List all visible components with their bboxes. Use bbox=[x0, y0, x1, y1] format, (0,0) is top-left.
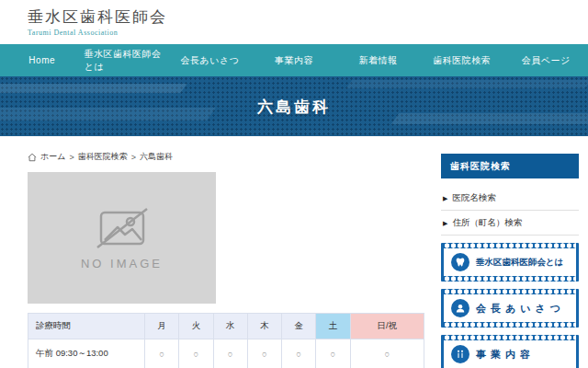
cell-sun: ○ bbox=[350, 339, 424, 368]
column-header-wed: 水 bbox=[213, 314, 247, 339]
cell-fri: ○ bbox=[282, 339, 316, 368]
clinic-photo-placeholder: NO IMAGE bbox=[28, 172, 216, 304]
sidebar-button-chairman-greeting[interactable]: 会長あいさつ bbox=[441, 289, 579, 328]
sidebar-button-label: 垂水区歯科医師会とは bbox=[476, 257, 563, 269]
breadcrumb-clinic-search[interactable]: 歯科医院検索 bbox=[78, 151, 128, 163]
column-header-thu: 木 bbox=[247, 314, 281, 339]
column-header-sat: 土 bbox=[316, 314, 350, 339]
nav-item-news[interactable]: 新着情報 bbox=[336, 44, 420, 76]
breadcrumb-separator: > bbox=[69, 153, 74, 162]
sidebar-link-label: 医院名検索 bbox=[452, 192, 496, 204]
nav-item-clinic-search[interactable]: 歯科医院検索 bbox=[420, 44, 503, 76]
row-label-morning-hours: 午前 09:30～13:00 bbox=[28, 339, 145, 368]
column-header-tue: 火 bbox=[179, 314, 213, 339]
page: { "header": { "title": "垂水区歯科医師会", "subt… bbox=[0, 0, 588, 368]
nav-item-about[interactable]: 垂水区歯科医師会とは bbox=[84, 44, 167, 76]
nav-item-member[interactable]: 会員ページ bbox=[504, 44, 588, 76]
sidebar-button-about-association[interactable]: 垂水区歯科医師会とは bbox=[441, 243, 579, 282]
table-header-row: 診療時間 月 火 水 木 金 土 日/祝 bbox=[28, 314, 424, 339]
triangle-icon: ▶ bbox=[443, 195, 447, 202]
column-header-mon: 月 bbox=[145, 314, 179, 339]
sidebar-button-label: 事業内容 bbox=[476, 348, 535, 362]
consultation-hours-table: 診療時間 月 火 水 木 金 土 日/祝 午前 09:30～13:00 ○ ○ … bbox=[28, 313, 424, 368]
utensils-icon bbox=[451, 345, 469, 363]
breadcrumb-separator: > bbox=[131, 153, 136, 162]
hero-banner: 六島歯科 bbox=[0, 76, 588, 136]
sidebar-link-label: 住所（町名）検索 bbox=[452, 217, 522, 229]
main-nav: Home 垂水区歯科医師会とは 会長あいさつ 事業内容 新着情報 歯科医院検索 … bbox=[0, 44, 588, 76]
cell-wed: ○ bbox=[213, 339, 247, 368]
cell-sat: ○ bbox=[316, 339, 350, 368]
breadcrumb-current: 六島歯科 bbox=[140, 151, 173, 163]
page-title: 六島歯科 bbox=[0, 96, 588, 117]
triangle-icon: ▶ bbox=[443, 220, 447, 227]
site-logo[interactable]: 垂水区歯科医師会 Tarumi Dental Association bbox=[28, 6, 167, 37]
sidebar-search-links: ▶ 医院名検索 ▶ 住所（町名）検索 bbox=[441, 186, 579, 236]
site-subtitle: Tarumi Dental Association bbox=[28, 29, 167, 37]
nav-item-home[interactable]: Home bbox=[0, 44, 84, 76]
cell-mon: ○ bbox=[145, 339, 179, 368]
sidebar-button-business-content[interactable]: 事業内容 bbox=[441, 335, 579, 368]
site-header: 垂水区歯科医師会 Tarumi Dental Association bbox=[0, 0, 588, 44]
cell-thu: ○ bbox=[247, 339, 281, 368]
nav-item-business[interactable]: 事業内容 bbox=[252, 44, 335, 76]
column-header-fri: 金 bbox=[282, 314, 316, 339]
person-icon bbox=[451, 299, 469, 317]
column-header-hours: 診療時間 bbox=[28, 314, 145, 339]
breadcrumb-home[interactable]: ホーム bbox=[40, 151, 65, 163]
home-icon bbox=[28, 153, 37, 162]
nav-item-greeting[interactable]: 会長あいさつ bbox=[168, 44, 252, 76]
sidebar-button-label: 会長あいさつ bbox=[476, 302, 565, 316]
tooth-icon bbox=[451, 253, 469, 271]
sidebar: 歯科医院検索 ▶ 医院名検索 ▶ 住所（町名）検索 垂水区歯科医師会とは bbox=[441, 154, 579, 368]
table-row-morning: 午前 09:30～13:00 ○ ○ ○ ○ ○ ○ ○ bbox=[28, 339, 424, 368]
site-title: 垂水区歯科医師会 bbox=[28, 6, 167, 28]
sidebar-search-title: 歯科医院検索 bbox=[441, 154, 579, 178]
column-header-sun: 日/祝 bbox=[350, 314, 424, 339]
no-image-label: NO IMAGE bbox=[81, 257, 163, 270]
no-image-icon bbox=[94, 205, 151, 251]
sidebar-link-clinic-name-search[interactable]: ▶ 医院名検索 bbox=[441, 186, 579, 211]
cell-tue: ○ bbox=[179, 339, 213, 368]
sidebar-link-address-search[interactable]: ▶ 住所（町名）検索 bbox=[441, 211, 579, 236]
breadcrumb: ホーム > 歯科医院検索 > 六島歯科 bbox=[28, 151, 173, 163]
